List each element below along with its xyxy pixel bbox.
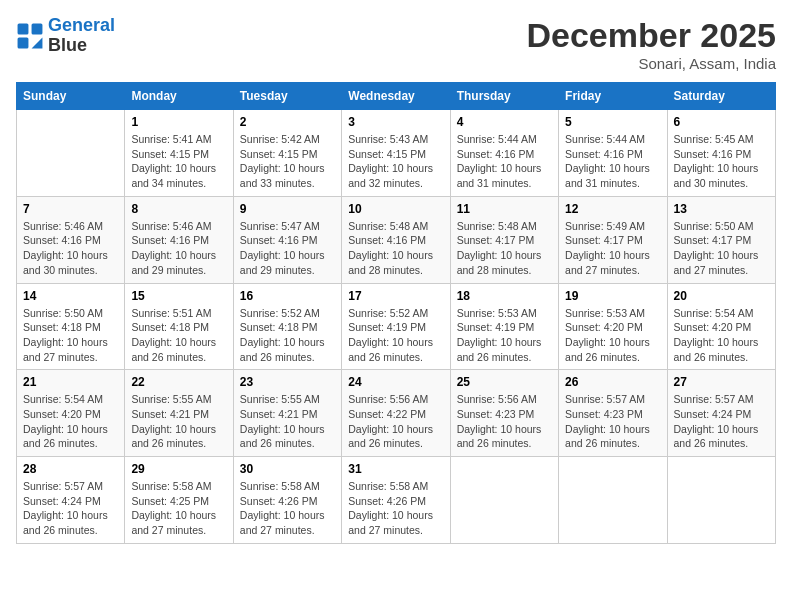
day-number: 27 [674,375,769,389]
weekday-header-monday: Monday [125,83,233,110]
day-info: Sunrise: 5:52 AM Sunset: 4:18 PM Dayligh… [240,306,335,365]
day-info: Sunrise: 5:45 AM Sunset: 4:16 PM Dayligh… [674,132,769,191]
day-number: 23 [240,375,335,389]
calendar-cell: 21Sunrise: 5:54 AM Sunset: 4:20 PM Dayli… [17,370,125,457]
day-info: Sunrise: 5:42 AM Sunset: 4:15 PM Dayligh… [240,132,335,191]
day-number: 31 [348,462,443,476]
day-number: 15 [131,289,226,303]
day-info: Sunrise: 5:57 AM Sunset: 4:24 PM Dayligh… [674,392,769,451]
day-number: 18 [457,289,552,303]
calendar-week-row: 14Sunrise: 5:50 AM Sunset: 4:18 PM Dayli… [17,283,776,370]
calendar-cell: 18Sunrise: 5:53 AM Sunset: 4:19 PM Dayli… [450,283,558,370]
day-info: Sunrise: 5:46 AM Sunset: 4:16 PM Dayligh… [131,219,226,278]
day-info: Sunrise: 5:44 AM Sunset: 4:16 PM Dayligh… [457,132,552,191]
calendar-cell: 31Sunrise: 5:58 AM Sunset: 4:26 PM Dayli… [342,457,450,544]
day-number: 3 [348,115,443,129]
calendar-week-row: 21Sunrise: 5:54 AM Sunset: 4:20 PM Dayli… [17,370,776,457]
svg-rect-0 [18,23,29,34]
day-info: Sunrise: 5:54 AM Sunset: 4:20 PM Dayligh… [23,392,118,451]
day-number: 26 [565,375,660,389]
day-info: Sunrise: 5:48 AM Sunset: 4:17 PM Dayligh… [457,219,552,278]
calendar-header: SundayMondayTuesdayWednesdayThursdayFrid… [17,83,776,110]
calendar-cell: 13Sunrise: 5:50 AM Sunset: 4:17 PM Dayli… [667,196,775,283]
calendar-cell: 30Sunrise: 5:58 AM Sunset: 4:26 PM Dayli… [233,457,341,544]
day-info: Sunrise: 5:57 AM Sunset: 4:24 PM Dayligh… [23,479,118,538]
day-info: Sunrise: 5:46 AM Sunset: 4:16 PM Dayligh… [23,219,118,278]
day-number: 24 [348,375,443,389]
day-info: Sunrise: 5:51 AM Sunset: 4:18 PM Dayligh… [131,306,226,365]
calendar-cell: 26Sunrise: 5:57 AM Sunset: 4:23 PM Dayli… [559,370,667,457]
svg-marker-3 [32,37,43,48]
weekday-header-row: SundayMondayTuesdayWednesdayThursdayFrid… [17,83,776,110]
calendar-cell: 10Sunrise: 5:48 AM Sunset: 4:16 PM Dayli… [342,196,450,283]
day-number: 19 [565,289,660,303]
weekday-header-tuesday: Tuesday [233,83,341,110]
svg-rect-1 [32,23,43,34]
calendar-cell [450,457,558,544]
calendar-week-row: 7Sunrise: 5:46 AM Sunset: 4:16 PM Daylig… [17,196,776,283]
day-number: 2 [240,115,335,129]
day-number: 6 [674,115,769,129]
calendar-cell: 5Sunrise: 5:44 AM Sunset: 4:16 PM Daylig… [559,110,667,197]
location-subtitle: Sonari, Assam, India [526,55,776,72]
day-info: Sunrise: 5:55 AM Sunset: 4:21 PM Dayligh… [131,392,226,451]
calendar-cell: 3Sunrise: 5:43 AM Sunset: 4:15 PM Daylig… [342,110,450,197]
day-info: Sunrise: 5:52 AM Sunset: 4:19 PM Dayligh… [348,306,443,365]
day-info: Sunrise: 5:41 AM Sunset: 4:15 PM Dayligh… [131,132,226,191]
day-number: 5 [565,115,660,129]
day-number: 13 [674,202,769,216]
calendar-cell: 23Sunrise: 5:55 AM Sunset: 4:21 PM Dayli… [233,370,341,457]
day-number: 20 [674,289,769,303]
day-info: Sunrise: 5:58 AM Sunset: 4:26 PM Dayligh… [348,479,443,538]
calendar-cell: 29Sunrise: 5:58 AM Sunset: 4:25 PM Dayli… [125,457,233,544]
calendar-cell: 16Sunrise: 5:52 AM Sunset: 4:18 PM Dayli… [233,283,341,370]
day-info: Sunrise: 5:56 AM Sunset: 4:22 PM Dayligh… [348,392,443,451]
calendar-week-row: 1Sunrise: 5:41 AM Sunset: 4:15 PM Daylig… [17,110,776,197]
weekday-header-sunday: Sunday [17,83,125,110]
weekday-header-wednesday: Wednesday [342,83,450,110]
day-number: 7 [23,202,118,216]
calendar-cell: 6Sunrise: 5:45 AM Sunset: 4:16 PM Daylig… [667,110,775,197]
day-number: 10 [348,202,443,216]
day-info: Sunrise: 5:56 AM Sunset: 4:23 PM Dayligh… [457,392,552,451]
day-number: 21 [23,375,118,389]
day-info: Sunrise: 5:50 AM Sunset: 4:17 PM Dayligh… [674,219,769,278]
day-info: Sunrise: 5:48 AM Sunset: 4:16 PM Dayligh… [348,219,443,278]
logo: GeneralBlue [16,16,115,56]
calendar-cell: 28Sunrise: 5:57 AM Sunset: 4:24 PM Dayli… [17,457,125,544]
day-info: Sunrise: 5:47 AM Sunset: 4:16 PM Dayligh… [240,219,335,278]
month-title: December 2025 [526,16,776,55]
logo-text: GeneralBlue [48,16,115,56]
weekday-header-thursday: Thursday [450,83,558,110]
calendar-cell [559,457,667,544]
day-number: 14 [23,289,118,303]
day-number: 28 [23,462,118,476]
day-info: Sunrise: 5:58 AM Sunset: 4:25 PM Dayligh… [131,479,226,538]
calendar-cell: 2Sunrise: 5:42 AM Sunset: 4:15 PM Daylig… [233,110,341,197]
svg-rect-2 [18,37,29,48]
weekday-header-saturday: Saturday [667,83,775,110]
calendar-cell: 7Sunrise: 5:46 AM Sunset: 4:16 PM Daylig… [17,196,125,283]
calendar-week-row: 28Sunrise: 5:57 AM Sunset: 4:24 PM Dayli… [17,457,776,544]
weekday-header-friday: Friday [559,83,667,110]
calendar-cell: 27Sunrise: 5:57 AM Sunset: 4:24 PM Dayli… [667,370,775,457]
day-info: Sunrise: 5:57 AM Sunset: 4:23 PM Dayligh… [565,392,660,451]
day-number: 30 [240,462,335,476]
calendar-cell [667,457,775,544]
title-block: December 2025 Sonari, Assam, India [526,16,776,72]
calendar-cell: 12Sunrise: 5:49 AM Sunset: 4:17 PM Dayli… [559,196,667,283]
calendar-table: SundayMondayTuesdayWednesdayThursdayFrid… [16,82,776,544]
day-number: 12 [565,202,660,216]
calendar-cell: 22Sunrise: 5:55 AM Sunset: 4:21 PM Dayli… [125,370,233,457]
day-number: 25 [457,375,552,389]
day-number: 29 [131,462,226,476]
day-info: Sunrise: 5:54 AM Sunset: 4:20 PM Dayligh… [674,306,769,365]
day-info: Sunrise: 5:53 AM Sunset: 4:19 PM Dayligh… [457,306,552,365]
calendar-cell: 17Sunrise: 5:52 AM Sunset: 4:19 PM Dayli… [342,283,450,370]
day-number: 22 [131,375,226,389]
day-number: 9 [240,202,335,216]
day-number: 17 [348,289,443,303]
day-info: Sunrise: 5:55 AM Sunset: 4:21 PM Dayligh… [240,392,335,451]
day-info: Sunrise: 5:49 AM Sunset: 4:17 PM Dayligh… [565,219,660,278]
calendar-cell: 14Sunrise: 5:50 AM Sunset: 4:18 PM Dayli… [17,283,125,370]
